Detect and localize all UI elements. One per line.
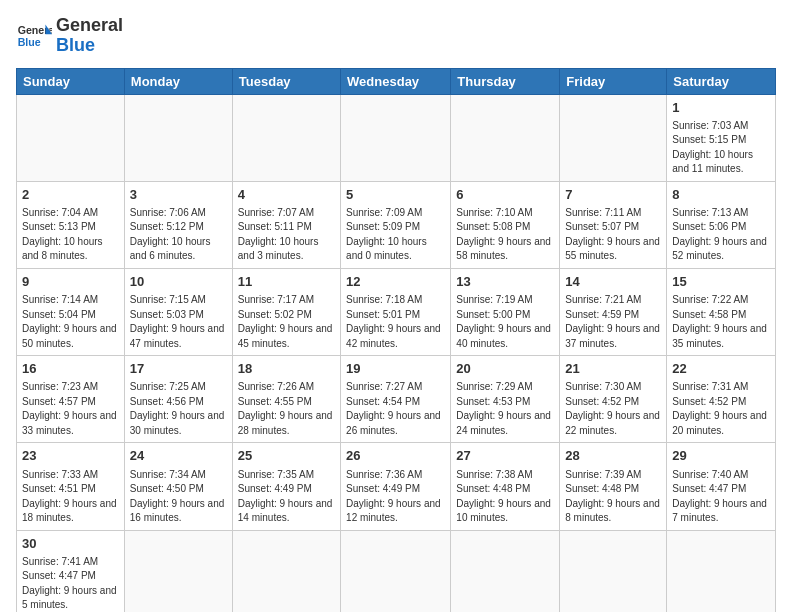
day-info: Sunrise: 7:11 AM Sunset: 5:07 PM Dayligh… xyxy=(565,206,661,264)
calendar-cell: 22Sunrise: 7:31 AM Sunset: 4:52 PM Dayli… xyxy=(667,356,776,443)
day-info: Sunrise: 7:22 AM Sunset: 4:58 PM Dayligh… xyxy=(672,293,770,351)
calendar-cell: 11Sunrise: 7:17 AM Sunset: 5:02 PM Dayli… xyxy=(232,268,340,355)
logo-general: General xyxy=(56,15,123,35)
calendar-cell xyxy=(232,94,340,181)
day-number: 1 xyxy=(672,99,770,117)
calendar-cell: 19Sunrise: 7:27 AM Sunset: 4:54 PM Dayli… xyxy=(341,356,451,443)
svg-text:Blue: Blue xyxy=(18,36,41,48)
calendar-cell: 17Sunrise: 7:25 AM Sunset: 4:56 PM Dayli… xyxy=(124,356,232,443)
day-info: Sunrise: 7:29 AM Sunset: 4:53 PM Dayligh… xyxy=(456,380,554,438)
calendar-cell: 18Sunrise: 7:26 AM Sunset: 4:55 PM Dayli… xyxy=(232,356,340,443)
calendar-cell: 1Sunrise: 7:03 AM Sunset: 5:15 PM Daylig… xyxy=(667,94,776,181)
day-info: Sunrise: 7:17 AM Sunset: 5:02 PM Dayligh… xyxy=(238,293,335,351)
calendar-cell: 7Sunrise: 7:11 AM Sunset: 5:07 PM Daylig… xyxy=(560,181,667,268)
day-info: Sunrise: 7:38 AM Sunset: 4:48 PM Dayligh… xyxy=(456,468,554,526)
day-number: 2 xyxy=(22,186,119,204)
day-number: 16 xyxy=(22,360,119,378)
calendar-cell: 10Sunrise: 7:15 AM Sunset: 5:03 PM Dayli… xyxy=(124,268,232,355)
day-number: 27 xyxy=(456,447,554,465)
day-number: 15 xyxy=(672,273,770,291)
day-info: Sunrise: 7:26 AM Sunset: 4:55 PM Dayligh… xyxy=(238,380,335,438)
day-number: 26 xyxy=(346,447,445,465)
calendar-cell: 24Sunrise: 7:34 AM Sunset: 4:50 PM Dayli… xyxy=(124,443,232,530)
weekday-monday: Monday xyxy=(124,68,232,94)
day-info: Sunrise: 7:35 AM Sunset: 4:49 PM Dayligh… xyxy=(238,468,335,526)
day-info: Sunrise: 7:23 AM Sunset: 4:57 PM Dayligh… xyxy=(22,380,119,438)
day-info: Sunrise: 7:41 AM Sunset: 4:47 PM Dayligh… xyxy=(22,555,119,612)
day-info: Sunrise: 7:40 AM Sunset: 4:47 PM Dayligh… xyxy=(672,468,770,526)
calendar-cell: 5Sunrise: 7:09 AM Sunset: 5:09 PM Daylig… xyxy=(341,181,451,268)
calendar-cell xyxy=(341,530,451,612)
day-number: 22 xyxy=(672,360,770,378)
calendar-cell xyxy=(451,530,560,612)
day-number: 18 xyxy=(238,360,335,378)
day-info: Sunrise: 7:19 AM Sunset: 5:00 PM Dayligh… xyxy=(456,293,554,351)
day-number: 17 xyxy=(130,360,227,378)
day-number: 8 xyxy=(672,186,770,204)
day-info: Sunrise: 7:07 AM Sunset: 5:11 PM Dayligh… xyxy=(238,206,335,264)
calendar-cell: 26Sunrise: 7:36 AM Sunset: 4:49 PM Dayli… xyxy=(341,443,451,530)
day-number: 24 xyxy=(130,447,227,465)
calendar-cell xyxy=(560,94,667,181)
calendar-cell: 14Sunrise: 7:21 AM Sunset: 4:59 PM Dayli… xyxy=(560,268,667,355)
calendar-cell xyxy=(124,94,232,181)
day-number: 19 xyxy=(346,360,445,378)
day-info: Sunrise: 7:33 AM Sunset: 4:51 PM Dayligh… xyxy=(22,468,119,526)
calendar-cell xyxy=(667,530,776,612)
day-info: Sunrise: 7:03 AM Sunset: 5:15 PM Dayligh… xyxy=(672,119,770,177)
day-number: 21 xyxy=(565,360,661,378)
day-number: 3 xyxy=(130,186,227,204)
calendar-cell xyxy=(124,530,232,612)
week-row-1: 1Sunrise: 7:03 AM Sunset: 5:15 PM Daylig… xyxy=(17,94,776,181)
calendar-cell: 13Sunrise: 7:19 AM Sunset: 5:00 PM Dayli… xyxy=(451,268,560,355)
day-number: 28 xyxy=(565,447,661,465)
calendar-cell xyxy=(451,94,560,181)
day-info: Sunrise: 7:30 AM Sunset: 4:52 PM Dayligh… xyxy=(565,380,661,438)
day-info: Sunrise: 7:06 AM Sunset: 5:12 PM Dayligh… xyxy=(130,206,227,264)
calendar-cell: 20Sunrise: 7:29 AM Sunset: 4:53 PM Dayli… xyxy=(451,356,560,443)
calendar-cell: 8Sunrise: 7:13 AM Sunset: 5:06 PM Daylig… xyxy=(667,181,776,268)
day-number: 13 xyxy=(456,273,554,291)
day-number: 11 xyxy=(238,273,335,291)
day-info: Sunrise: 7:21 AM Sunset: 4:59 PM Dayligh… xyxy=(565,293,661,351)
day-number: 30 xyxy=(22,535,119,553)
weekday-sunday: Sunday xyxy=(17,68,125,94)
calendar-cell: 23Sunrise: 7:33 AM Sunset: 4:51 PM Dayli… xyxy=(17,443,125,530)
calendar-cell: 21Sunrise: 7:30 AM Sunset: 4:52 PM Dayli… xyxy=(560,356,667,443)
logo: General Blue General Blue xyxy=(16,16,123,56)
day-info: Sunrise: 7:31 AM Sunset: 4:52 PM Dayligh… xyxy=(672,380,770,438)
calendar-cell xyxy=(232,530,340,612)
day-number: 4 xyxy=(238,186,335,204)
calendar-cell: 27Sunrise: 7:38 AM Sunset: 4:48 PM Dayli… xyxy=(451,443,560,530)
day-info: Sunrise: 7:27 AM Sunset: 4:54 PM Dayligh… xyxy=(346,380,445,438)
day-info: Sunrise: 7:39 AM Sunset: 4:48 PM Dayligh… xyxy=(565,468,661,526)
page-header: General Blue General Blue xyxy=(16,16,776,56)
day-number: 6 xyxy=(456,186,554,204)
calendar-cell: 25Sunrise: 7:35 AM Sunset: 4:49 PM Dayli… xyxy=(232,443,340,530)
day-info: Sunrise: 7:36 AM Sunset: 4:49 PM Dayligh… xyxy=(346,468,445,526)
weekday-saturday: Saturday xyxy=(667,68,776,94)
day-number: 10 xyxy=(130,273,227,291)
day-info: Sunrise: 7:04 AM Sunset: 5:13 PM Dayligh… xyxy=(22,206,119,264)
calendar-cell xyxy=(560,530,667,612)
calendar-cell: 28Sunrise: 7:39 AM Sunset: 4:48 PM Dayli… xyxy=(560,443,667,530)
calendar-cell: 12Sunrise: 7:18 AM Sunset: 5:01 PM Dayli… xyxy=(341,268,451,355)
day-info: Sunrise: 7:14 AM Sunset: 5:04 PM Dayligh… xyxy=(22,293,119,351)
week-row-2: 2Sunrise: 7:04 AM Sunset: 5:13 PM Daylig… xyxy=(17,181,776,268)
day-info: Sunrise: 7:25 AM Sunset: 4:56 PM Dayligh… xyxy=(130,380,227,438)
weekday-thursday: Thursday xyxy=(451,68,560,94)
weekday-tuesday: Tuesday xyxy=(232,68,340,94)
calendar-cell xyxy=(341,94,451,181)
calendar-cell: 6Sunrise: 7:10 AM Sunset: 5:08 PM Daylig… xyxy=(451,181,560,268)
logo-icon: General Blue xyxy=(16,18,52,54)
weekday-friday: Friday xyxy=(560,68,667,94)
calendar-cell: 30Sunrise: 7:41 AM Sunset: 4:47 PM Dayli… xyxy=(17,530,125,612)
day-info: Sunrise: 7:18 AM Sunset: 5:01 PM Dayligh… xyxy=(346,293,445,351)
calendar-cell: 16Sunrise: 7:23 AM Sunset: 4:57 PM Dayli… xyxy=(17,356,125,443)
day-info: Sunrise: 7:10 AM Sunset: 5:08 PM Dayligh… xyxy=(456,206,554,264)
day-number: 25 xyxy=(238,447,335,465)
day-number: 12 xyxy=(346,273,445,291)
day-info: Sunrise: 7:13 AM Sunset: 5:06 PM Dayligh… xyxy=(672,206,770,264)
day-number: 5 xyxy=(346,186,445,204)
calendar-cell: 4Sunrise: 7:07 AM Sunset: 5:11 PM Daylig… xyxy=(232,181,340,268)
